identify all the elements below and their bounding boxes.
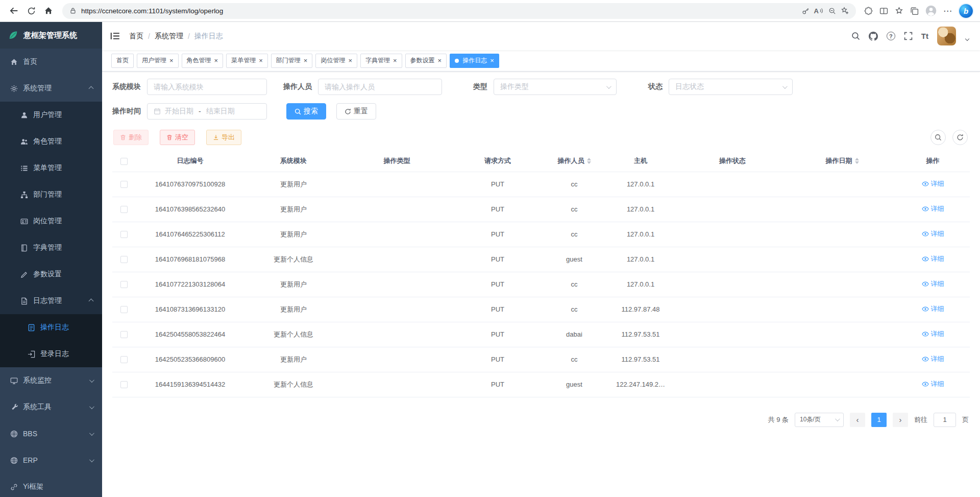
module-input[interactable] [154, 83, 260, 91]
password-key-icon[interactable] [802, 7, 810, 15]
sidebar-item-post-management[interactable]: 岗位管理 [0, 208, 102, 234]
help-question-icon[interactable]: ? [887, 32, 895, 40]
sidebar-item-home[interactable]: 首页 [0, 49, 102, 75]
tab-menu-management[interactable]: 菜单管理× [226, 54, 268, 68]
close-icon[interactable]: × [214, 57, 218, 64]
detail-link[interactable]: 详细 [922, 254, 944, 264]
close-icon[interactable]: × [304, 57, 308, 64]
tab-role-management[interactable]: 角色管理× [182, 54, 224, 68]
sidebar-item-system-monitor[interactable]: 系统监控 [0, 367, 102, 394]
close-icon[interactable]: × [348, 57, 352, 64]
next-page-button[interactable]: › [893, 413, 908, 427]
extensions-puzzle-icon[interactable] [864, 7, 873, 15]
detail-link[interactable]: 详细 [922, 179, 944, 188]
detail-link[interactable]: 详细 [922, 204, 944, 214]
split-screen-icon[interactable] [879, 7, 888, 15]
detail-link[interactable]: 详细 [922, 354, 944, 364]
tab-department-management[interactable]: 部门管理× [271, 54, 313, 68]
sidebar-item-department-management[interactable]: 部门管理 [0, 181, 102, 208]
favorites-bar-icon[interactable] [895, 7, 903, 15]
close-icon[interactable]: × [438, 57, 442, 64]
sidebar-item-system-tools[interactable]: 系统工具 [0, 394, 102, 420]
toggle-search-button[interactable] [930, 130, 946, 145]
sort-icon[interactable] [855, 158, 859, 164]
read-aloud-icon[interactable]: A [814, 7, 824, 15]
sidebar-item-bbs[interactable]: BBS [0, 420, 102, 447]
breadcrumb-item-home[interactable]: 首页 [129, 32, 143, 41]
breadcrumb-item-system[interactable]: 系统管理 [155, 32, 183, 41]
status-select[interactable]: 日志状态 [669, 79, 793, 95]
font-size-icon[interactable]: Tt [921, 32, 928, 40]
address-bar[interactable]: https://ccnetcore.com:1101/system/log/op… [62, 3, 856, 19]
select-all-checkbox[interactable] [120, 158, 128, 165]
detail-link[interactable]: 详细 [922, 279, 944, 289]
clear-button[interactable]: 清空 [160, 130, 195, 145]
sidebar-item-yi-framework[interactable]: Yi框架 [0, 474, 102, 497]
url-text[interactable]: https://ccnetcore.com:1101/system/log/op… [81, 7, 797, 15]
close-icon[interactable]: × [169, 57, 174, 64]
col-operator[interactable]: 操作人员 [544, 150, 605, 172]
export-button[interactable]: 导出 [206, 130, 241, 145]
tab-user-management[interactable]: 用户管理× [137, 54, 179, 68]
tab-operation-log[interactable]: 操作日志× [450, 54, 499, 68]
close-icon[interactable]: × [259, 57, 263, 64]
browser-settings-more-icon[interactable]: ⋯ [943, 6, 952, 16]
delete-button[interactable]: 删除 [113, 130, 149, 145]
operator-input[interactable] [325, 83, 435, 91]
row-checkbox[interactable] [120, 256, 128, 263]
tab-parameter-settings[interactable]: 参数设置× [405, 54, 447, 68]
tab-dictionary-management[interactable]: 字典管理× [360, 54, 402, 68]
tab-post-management[interactable]: 岗位管理× [315, 54, 357, 68]
sidebar-item-role-management[interactable]: 角色管理 [0, 128, 102, 155]
row-checkbox[interactable] [120, 381, 128, 388]
sidebar-item-operation-log[interactable]: 操作日志 [0, 314, 102, 341]
detail-link[interactable]: 详细 [922, 329, 944, 339]
prev-page-button[interactable]: ‹ [850, 413, 865, 427]
detail-link[interactable]: 详细 [922, 380, 944, 389]
sidebar-item-system-management[interactable]: 系统管理 [0, 75, 102, 102]
page-1-button[interactable]: 1 [871, 413, 887, 427]
header-search-icon[interactable] [851, 32, 860, 40]
sidebar-item-dictionary-management[interactable]: 字典管理 [0, 234, 102, 261]
avatar-dropdown-caret-icon[interactable] [965, 36, 969, 40]
date-range-picker[interactable]: 开始日期 - 结束日期 [147, 103, 267, 120]
tab-home[interactable]: 首页 [111, 54, 134, 68]
user-avatar[interactable] [937, 27, 956, 45]
sidebar-item-login-log[interactable]: 登录日志 [0, 341, 102, 367]
menu-fold-icon[interactable] [110, 31, 120, 41]
sort-icon[interactable] [587, 158, 591, 164]
sidebar-item-erp[interactable]: ERP [0, 447, 102, 474]
row-checkbox[interactable] [120, 231, 128, 238]
sidebar-item-log-management[interactable]: 日志管理 [0, 288, 102, 314]
github-icon[interactable] [869, 32, 878, 41]
close-icon[interactable]: × [393, 57, 397, 64]
sidebar-item-parameter-settings[interactable]: 参数设置 [0, 261, 102, 288]
reset-button[interactable]: 重置 [336, 103, 376, 120]
page-size-select[interactable]: 10条/页 [795, 413, 844, 427]
fullscreen-icon[interactable] [904, 32, 913, 40]
row-checkbox[interactable] [120, 206, 128, 213]
browser-profile-avatar[interactable] [925, 5, 937, 16]
add-favorite-star-icon[interactable] [841, 7, 849, 15]
copilot-bing-icon[interactable]: b [959, 4, 973, 18]
refresh-table-button[interactable] [952, 130, 968, 145]
collections-icon[interactable] [910, 7, 919, 15]
app-logo[interactable]: 意框架管理系统 [0, 22, 102, 49]
col-date[interactable]: 操作日期 [789, 150, 896, 172]
close-icon[interactable]: × [490, 57, 494, 64]
sidebar-item-menu-management[interactable]: 菜单管理 [0, 155, 102, 181]
detail-link[interactable]: 详细 [922, 304, 944, 314]
zoom-out-icon[interactable] [828, 7, 836, 15]
row-checkbox[interactable] [120, 331, 128, 338]
type-select[interactable]: 操作类型 [494, 79, 617, 95]
row-checkbox[interactable] [120, 181, 128, 188]
browser-back-button[interactable] [5, 2, 22, 19]
sidebar-item-user-management[interactable]: 用户管理 [0, 102, 102, 128]
row-checkbox[interactable] [120, 306, 128, 313]
detail-link[interactable]: 详细 [922, 229, 944, 239]
browser-home-button[interactable] [40, 2, 57, 19]
goto-page-input[interactable] [934, 413, 956, 427]
row-checkbox[interactable] [120, 281, 128, 288]
row-checkbox[interactable] [120, 356, 128, 363]
search-button[interactable]: 搜索 [286, 103, 326, 120]
